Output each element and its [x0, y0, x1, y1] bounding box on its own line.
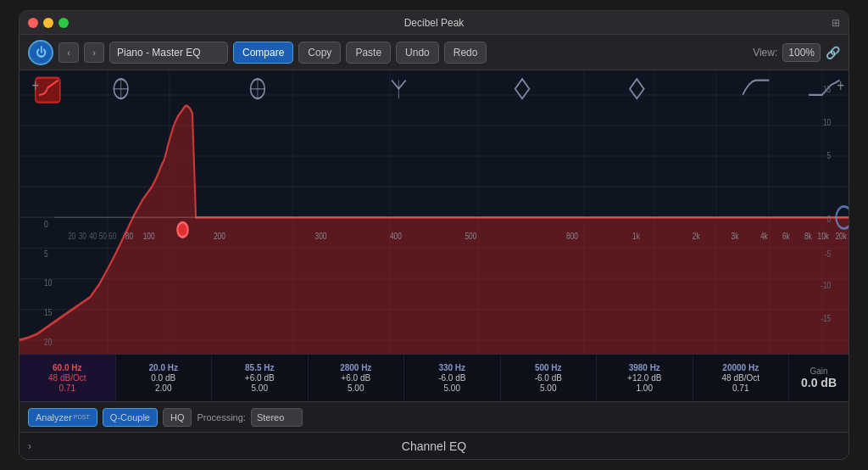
svg-text:30: 30 — [79, 231, 87, 242]
power-button[interactable]: ⏻ — [28, 40, 53, 65]
undo-button[interactable]: Undo — [396, 42, 439, 64]
svg-text:15: 15 — [823, 84, 832, 95]
preset-select[interactable]: Piano - Master EQ — [109, 42, 228, 64]
window-title: Decibel Peak — [404, 17, 465, 29]
band7-freq: 3980 Hz — [629, 363, 660, 372]
svg-text:500: 500 — [465, 231, 476, 242]
band6-q: 5.00 — [540, 383, 556, 393]
band5-q: 5.00 — [444, 383, 460, 393]
svg-text:400: 400 — [390, 231, 402, 242]
svg-text:-5: -5 — [825, 248, 832, 259]
band6-info[interactable]: 500 Hz -6.0 dB 5.00 — [501, 355, 598, 401]
qcouple-button[interactable]: Q-Couple — [103, 408, 158, 427]
band5-gain: -6.0 dB — [438, 373, 465, 383]
svg-text:1k: 1k — [632, 231, 641, 242]
svg-text:80: 80 — [125, 231, 134, 242]
band3-freq: 85.5 Hz — [245, 363, 274, 372]
prev-button[interactable]: ‹ — [58, 42, 79, 63]
next-button[interactable]: › — [84, 42, 104, 63]
processing-label: Processing: — [197, 412, 245, 422]
app-window: Decibel Peak ⊞ ⏻ ‹ › Piano - Master EQ C… — [19, 10, 849, 460]
svg-text:-10: -10 — [821, 280, 831, 291]
band1-info[interactable]: 60.0 Hz 48 dB/Oct 0.71 — [19, 355, 116, 401]
svg-text:100: 100 — [143, 231, 155, 242]
band1-gain: 48 dB/Oct — [48, 373, 86, 383]
expand-icon[interactable]: ⊞ — [832, 17, 840, 29]
bottom-controls: AnalyzerPOST Q-Couple HQ Processing: Ste… — [19, 401, 849, 432]
svg-text:4k: 4k — [760, 231, 769, 242]
copy-button[interactable]: Copy — [298, 42, 341, 64]
band3-gain: +6.0 dB — [245, 373, 275, 383]
band-info-area: 60.0 Hz 48 dB/Oct 0.71 20.0 Hz 0.0 dB 2.… — [19, 354, 849, 401]
svg-text:40: 40 — [89, 231, 97, 242]
band1-freq: 60.0 Hz — [53, 363, 81, 372]
redo-button[interactable]: Redo — [444, 42, 487, 64]
svg-text:+: + — [837, 76, 844, 95]
svg-text:8k: 8k — [804, 231, 813, 242]
band5-info[interactable]: 330 Hz -6.0 dB 5.00 — [404, 355, 501, 401]
band6-gain: -6.0 dB — [535, 373, 562, 383]
band4-gain: +6.0 dB — [341, 373, 370, 383]
band2-info[interactable]: 20.0 Hz 0.0 dB 2.00 — [116, 355, 213, 401]
svg-text:3k: 3k — [732, 231, 740, 242]
svg-text:200: 200 — [214, 231, 225, 242]
view-label: View: — [753, 47, 777, 59]
svg-text:+: + — [32, 76, 40, 95]
band8-info[interactable]: 20000 Hz 48 dB/Oct 0.71 — [693, 355, 790, 401]
toolbar: ⏻ ‹ › Piano - Master EQ Compare Copy Pas… — [19, 35, 849, 70]
svg-text:0: 0 — [827, 214, 832, 225]
svg-text:10: 10 — [44, 277, 53, 288]
band2-gain: 0.0 dB — [151, 373, 175, 383]
processing-select[interactable]: Stereo — [251, 408, 303, 427]
svg-text:10k: 10k — [818, 231, 830, 242]
svg-text:800: 800 — [566, 231, 578, 242]
band4-info[interactable]: 2800 Hz +6.0 dB 5.00 — [309, 355, 405, 401]
analyzer-button[interactable]: AnalyzerPOST — [28, 408, 97, 427]
svg-text:-15: -15 — [821, 313, 831, 324]
footer-arrow-icon[interactable]: › — [28, 440, 31, 452]
view-value[interactable]: 100% — [782, 43, 821, 62]
svg-text:5: 5 — [827, 150, 832, 161]
title-bar: Decibel Peak ⊞ — [19, 11, 849, 35]
svg-text:2k: 2k — [693, 231, 701, 242]
link-icon[interactable]: 🔗 — [826, 46, 840, 59]
band4-q: 5.00 — [348, 383, 364, 393]
svg-text:50: 50 — [99, 231, 108, 242]
maximize-button[interactable] — [58, 18, 69, 28]
svg-text:20: 20 — [68, 231, 76, 242]
svg-text:15: 15 — [44, 307, 53, 318]
footer-title: Channel EQ — [402, 439, 466, 453]
svg-text:10: 10 — [823, 117, 832, 128]
gain-display: Gain 0.0 dB — [789, 355, 849, 401]
band4-freq: 2800 Hz — [340, 363, 371, 372]
svg-point-19 — [177, 222, 187, 237]
hq-button[interactable]: HQ — [163, 408, 192, 427]
eq-svg: + + 15 10 5 0 -5 -10 -15 0 5 10 15 20 20… — [19, 70, 849, 401]
footer-bar: › Channel EQ — [19, 432, 849, 459]
svg-text:6k: 6k — [782, 231, 791, 242]
band2-q: 2.00 — [155, 383, 171, 393]
compare-button[interactable]: Compare — [233, 42, 293, 64]
band1-q: 0.71 — [59, 383, 75, 393]
band5-freq: 330 Hz — [438, 363, 465, 372]
paste-button[interactable]: Paste — [346, 42, 391, 64]
band7-gain: +12.0 dB — [627, 373, 661, 383]
minimize-button[interactable] — [43, 18, 53, 28]
svg-text:20: 20 — [44, 336, 53, 347]
gain-label: Gain — [810, 366, 827, 376]
svg-text:300: 300 — [315, 231, 327, 242]
band7-info[interactable]: 3980 Hz +12.0 dB 1.00 — [597, 355, 693, 401]
band3-q: 5.00 — [252, 383, 268, 393]
traffic-lights — [28, 18, 69, 28]
band8-gain: 48 dB/Oct — [722, 373, 760, 383]
band8-freq: 20000 Hz — [722, 363, 759, 372]
band6-freq: 500 Hz — [535, 363, 562, 372]
band2-freq: 20.0 Hz — [149, 363, 178, 372]
gain-value: 0.0 dB — [801, 376, 837, 389]
svg-text:0: 0 — [44, 219, 48, 230]
eq-display[interactable]: + + 15 10 5 0 -5 -10 -15 0 5 10 15 20 20… — [19, 70, 849, 401]
band3-info[interactable]: 85.5 Hz +6.0 dB 5.00 — [212, 355, 309, 401]
svg-text:60: 60 — [108, 231, 117, 242]
close-button[interactable] — [28, 18, 38, 28]
svg-text:20k: 20k — [835, 231, 847, 242]
